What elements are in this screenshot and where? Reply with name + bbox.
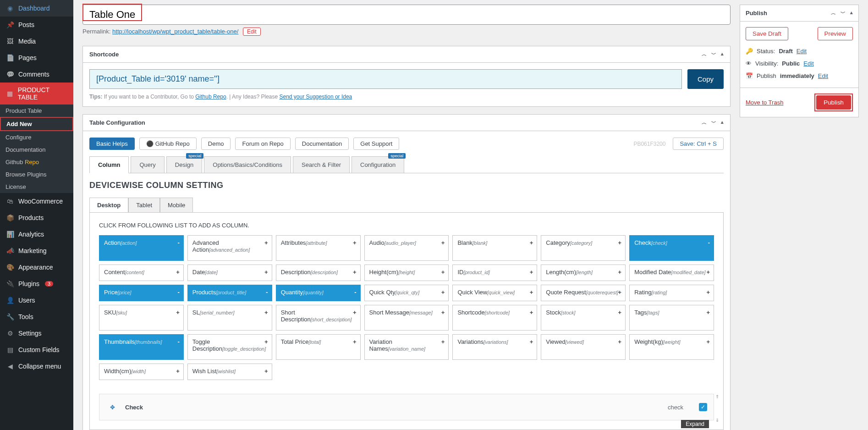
move-to-trash-link[interactable]: Move to Trash: [746, 99, 783, 106]
column-chip[interactable]: Weight(kg)[weight]+: [629, 334, 714, 360]
column-chip[interactable]: Category[category]+: [541, 235, 626, 261]
column-chip[interactable]: Short Message[message]+: [364, 305, 449, 331]
device-tab-mobile[interactable]: Mobile: [160, 198, 193, 213]
sidebar-sub-documentation[interactable]: Documentation: [0, 143, 73, 156]
sidebar-item-pages[interactable]: 📄Pages: [0, 50, 73, 66]
column-chip[interactable]: Content[content]+: [99, 265, 184, 281]
sidebar-item-settings[interactable]: ⚙Settings: [0, 325, 73, 342]
tab-design[interactable]: Designspecial: [166, 156, 202, 173]
copy-button[interactable]: Copy: [687, 69, 724, 89]
column-chip[interactable]: Toggle Description[toggle_description]+: [187, 334, 272, 360]
post-title-input[interactable]: [82, 5, 731, 25]
tab-options[interactable]: Options/Basics/Conditions: [204, 156, 291, 173]
pill-documentation[interactable]: Documentation: [295, 138, 349, 150]
column-chip[interactable]: Stock[stock]+: [541, 305, 626, 331]
tab-search[interactable]: Search & Filter: [293, 156, 350, 173]
sidebar-sub-browse-plugins[interactable]: Browse Plugins: [0, 168, 73, 181]
column-chip[interactable]: Width(cm)[width]+: [99, 364, 184, 380]
sidebar-sub-product-table[interactable]: Product Table: [0, 105, 73, 117]
column-chip[interactable]: Wish List[wishlist]+: [187, 364, 272, 380]
tab-query[interactable]: Query: [131, 156, 164, 173]
column-chip[interactable]: ID[product_id]+: [452, 265, 537, 281]
sidebar-item-plugins[interactable]: 🔌Plugins3: [0, 276, 73, 292]
column-chip[interactable]: Tags[tags]+: [629, 305, 714, 331]
column-chip[interactable]: Audio[audio_player]+: [364, 235, 449, 261]
column-chip[interactable]: Action[action]-: [99, 235, 184, 261]
column-chip[interactable]: Quote Request[quoterequest]+: [541, 285, 626, 301]
sidebar-item-appearance[interactable]: 🎨Appearance: [0, 259, 73, 276]
sidebar-item-analytics[interactable]: 📊Analytics: [0, 226, 73, 243]
tab-configuration[interactable]: Configurationspecial: [352, 156, 404, 173]
column-chip[interactable]: Quantity[quantity]-: [276, 285, 361, 301]
column-chip[interactable]: Variations[variations]+: [452, 334, 537, 360]
column-chip[interactable]: Height(cm)[height]+: [364, 265, 449, 281]
permalink-edit-button[interactable]: Edit: [243, 28, 261, 36]
tips-suggestion-link[interactable]: Send your Suggestion or Idea: [279, 94, 352, 100]
toggle-icon[interactable]: ▴: [850, 10, 853, 17]
sidebar-item-posts[interactable]: 📌Posts: [0, 17, 73, 33]
publish-button[interactable]: Publish: [816, 95, 851, 110]
pill-forum[interactable]: Forum on Repo: [235, 138, 290, 150]
sidebar-sub-add-new[interactable]: Add New: [0, 117, 73, 131]
preview-button[interactable]: Preview: [818, 27, 853, 40]
chevron-up-icon[interactable]: ︿: [831, 10, 836, 17]
column-chip[interactable]: Quick View[quick_view]+: [452, 285, 537, 301]
sidebar-item-products[interactable]: 📦Products: [0, 209, 73, 226]
column-chip[interactable]: Price[price]-: [99, 285, 184, 301]
column-chip[interactable]: Date[date]+: [187, 265, 272, 281]
pill-github[interactable]: ⚫GitHub Repo: [139, 138, 197, 150]
drag-handle-icon[interactable]: ✥: [106, 401, 119, 413]
column-chip[interactable]: Shortcode[shortcode]+: [452, 305, 537, 331]
sidebar-sub-configure[interactable]: Configure: [0, 131, 73, 143]
sidebar-item-collapse[interactable]: ◀Collapse menu: [0, 358, 73, 375]
tips-github-link[interactable]: Github Repo: [195, 94, 226, 100]
sidebar-sub-license[interactable]: License: [0, 181, 73, 193]
save-draft-button[interactable]: Save Draft: [746, 27, 788, 40]
chevron-up-icon[interactable]: ︿: [702, 51, 707, 58]
status-edit-link[interactable]: Edit: [797, 48, 807, 55]
publish-time-edit-link[interactable]: Edit: [818, 72, 828, 79]
visibility-edit-link[interactable]: Edit: [803, 60, 813, 67]
column-chip[interactable]: Thumbnails[thumbnails]-: [99, 334, 184, 360]
device-tab-desktop[interactable]: Desktop: [89, 198, 128, 213]
column-chip[interactable]: Modified Date[modified_date]+: [629, 265, 714, 281]
sidebar-item-dashboard[interactable]: ◉Dashboard: [0, 0, 73, 17]
permalink-url[interactable]: http://localhost/wp/wpt_product_table/ta…: [112, 28, 238, 35]
column-chip[interactable]: Length(cm)[length]+: [541, 265, 626, 281]
pill-support[interactable]: Get Support: [353, 138, 399, 150]
column-chip[interactable]: Attributes[attribute]+: [276, 235, 361, 261]
toggle-icon[interactable]: ▴: [721, 51, 724, 58]
save-hint[interactable]: Save: Ctrl + S: [673, 138, 724, 150]
chevron-down-icon[interactable]: ﹀: [711, 119, 716, 126]
column-chip[interactable]: Variation Names[variation_name]+: [364, 334, 449, 360]
sidebar-item-product-table[interactable]: ▦PRODUCT TABLE: [0, 83, 73, 105]
column-chip[interactable]: SKU[sku]+: [99, 305, 184, 331]
chevron-down-icon[interactable]: ﹀: [711, 51, 716, 58]
sidebar-sub-github[interactable]: Github Repo: [0, 156, 73, 168]
sidebar-item-users[interactable]: 👤Users: [0, 292, 73, 309]
selected-column-row[interactable]: ✥ Check check ✓ Expand ⇑⇓: [99, 394, 714, 420]
column-chip[interactable]: Quick Qty[quick_qty]+: [364, 285, 449, 301]
shortcode-value[interactable]: [Product_Table id='3019' name='']: [89, 69, 682, 89]
column-chip[interactable]: Blank[blank]+: [452, 235, 537, 261]
column-chip[interactable]: Total Price[total]+: [276, 334, 361, 360]
column-chip[interactable]: Advanced Action[advanced_action]+: [187, 235, 272, 261]
column-chip[interactable]: Viewed[viewed]+: [541, 334, 626, 360]
sidebar-item-marketing[interactable]: 📣Marketing: [0, 243, 73, 259]
device-tab-tablet[interactable]: Tablet: [128, 198, 160, 213]
chevron-down-icon[interactable]: ﹀: [841, 10, 846, 17]
tab-column[interactable]: Column: [89, 156, 129, 173]
sidebar-item-comments[interactable]: 💬Comments: [0, 66, 73, 83]
column-chip[interactable]: Check[check]-: [629, 235, 714, 261]
pill-basic-helps[interactable]: Basic Helps: [89, 138, 135, 150]
sidebar-item-tools[interactable]: 🔧Tools: [0, 309, 73, 325]
column-chip[interactable]: SL[serial_number]+: [187, 305, 272, 331]
sidebar-item-woocommerce[interactable]: 🛍WooCommerce: [0, 193, 73, 209]
column-chip[interactable]: Description[description]+: [276, 265, 361, 281]
column-chip[interactable]: Rating[rating]+: [629, 285, 714, 301]
chevron-up-icon[interactable]: ︿: [702, 119, 707, 126]
sidebar-item-media[interactable]: 🖼Media: [0, 33, 73, 50]
toggle-icon[interactable]: ▴: [721, 119, 724, 126]
column-chip[interactable]: Products[product_title]-: [187, 285, 272, 301]
check-toggle[interactable]: ✓: [699, 403, 707, 411]
